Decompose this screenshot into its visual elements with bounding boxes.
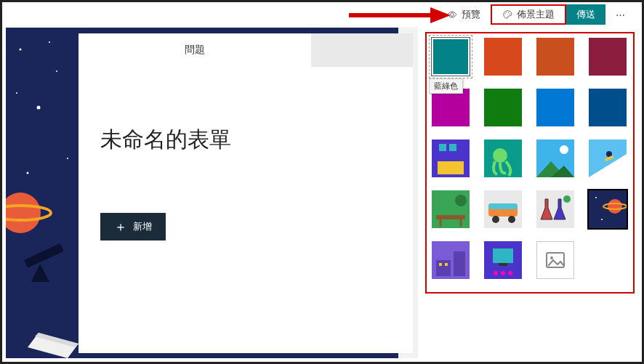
svg-point-13: [49, 41, 50, 43]
swatch-rust[interactable]: [536, 38, 574, 76]
theme-label: 佈景主題: [517, 8, 555, 21]
swatch-green[interactable]: [484, 89, 522, 126]
theme-panel: [432, 38, 629, 279]
image-theme-space[interactable]: [589, 190, 627, 228]
svg-point-47: [608, 199, 622, 214]
form-title[interactable]: 未命名的表單: [79, 67, 413, 155]
svg-rect-35: [436, 215, 465, 219]
svg-point-10: [27, 172, 29, 174]
theme-button[interactable]: 佈景主題: [491, 4, 566, 25]
add-label: 新增: [133, 220, 152, 233]
form-card: 問題 未命名的表單 ＋ 新增: [79, 33, 413, 353]
preview-button[interactable]: 預覽: [437, 4, 491, 25]
svg-rect-58: [499, 263, 507, 266]
image-theme-flasks[interactable]: [536, 190, 574, 228]
svg-point-38: [455, 195, 467, 206]
image-theme-room[interactable]: [432, 139, 470, 177]
image-icon: [546, 252, 565, 268]
swatch-magenta[interactable]: [432, 89, 470, 126]
svg-rect-41: [488, 203, 518, 209]
svg-rect-57: [493, 248, 513, 263]
svg-point-60: [501, 271, 505, 275]
image-theme-van[interactable]: [484, 190, 522, 228]
svg-point-43: [508, 216, 515, 223]
svg-point-4: [508, 12, 509, 13]
image-theme-mountains[interactable]: [536, 139, 574, 177]
svg-rect-54: [445, 263, 448, 266]
eye-icon: [447, 9, 457, 20]
swatch-blue[interactable]: [536, 89, 574, 126]
preview-label: 預覽: [462, 8, 480, 21]
svg-point-12: [16, 92, 17, 94]
swatch-orange[interactable]: [484, 38, 522, 76]
svg-point-7: [20, 49, 22, 51]
more-label: ⋯: [616, 9, 627, 20]
image-theme-octopus[interactable]: [484, 139, 522, 177]
tab-questions[interactable]: 問題: [79, 33, 311, 67]
svg-point-11: [67, 158, 68, 159]
send-button[interactable]: 傳送: [566, 4, 605, 25]
top-toolbar: 預覽 佈景主題 傳送 ⋯: [437, 4, 637, 25]
image-theme-tv[interactable]: [484, 241, 522, 279]
svg-point-27: [560, 145, 568, 154]
svg-rect-23: [449, 144, 456, 151]
svg-point-61: [508, 271, 512, 275]
svg-point-8: [37, 106, 41, 110]
upload-image-button[interactable]: [536, 241, 574, 279]
svg-rect-52: [436, 260, 451, 276]
svg-point-50: [601, 219, 603, 220]
tab-responses[interactable]: [311, 33, 413, 67]
swatch-tooltip: 藍綠色: [429, 78, 463, 94]
svg-point-45: [563, 195, 571, 203]
annotation-arrow: [349, 7, 451, 23]
swatch-crimson[interactable]: [589, 38, 627, 76]
form-tabs: 問題: [79, 33, 413, 67]
svg-point-63: [550, 256, 553, 259]
plus-icon: ＋: [114, 220, 127, 233]
svg-rect-53: [439, 263, 442, 266]
palette-icon: [502, 9, 512, 20]
add-question-button[interactable]: ＋ 新增: [100, 213, 166, 240]
send-label: 傳送: [576, 8, 595, 21]
image-theme-park[interactable]: [432, 190, 470, 228]
svg-rect-55: [454, 251, 465, 276]
form-canvas: 問題 未命名的表單 ＋ 新增: [6, 28, 418, 358]
image-theme-snowboard[interactable]: [589, 139, 627, 177]
svg-point-2: [505, 13, 506, 14]
svg-rect-22: [439, 144, 446, 151]
svg-point-49: [595, 197, 597, 198]
svg-point-42: [492, 216, 499, 223]
swatch-navy[interactable]: [589, 89, 627, 126]
svg-rect-21: [438, 161, 464, 174]
svg-point-9: [56, 70, 57, 72]
svg-point-59: [494, 271, 498, 275]
svg-point-5: [509, 14, 510, 15]
svg-point-25: [493, 148, 507, 163]
swatch-teal[interactable]: [432, 38, 470, 76]
svg-point-3: [506, 12, 507, 13]
more-button[interactable]: ⋯: [605, 4, 637, 25]
image-theme-office[interactable]: [432, 241, 470, 279]
